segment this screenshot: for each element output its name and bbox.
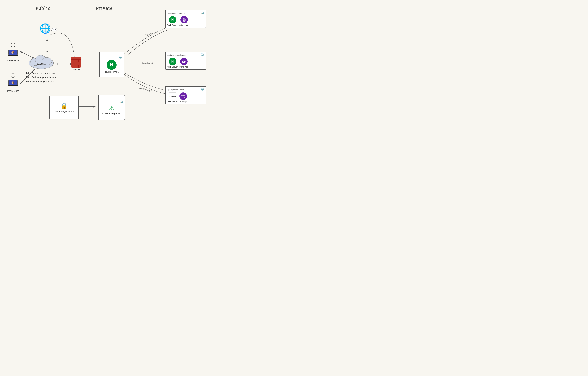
reverse-proxy-label: Reverse Proxy: [104, 71, 119, 73]
portal-service-group: portal.mydomain.com 🐳 N Web Server @ Por…: [165, 52, 206, 70]
internet-cloud: Internet: [28, 52, 55, 70]
public-private-divider: [82, 0, 82, 136]
admin-domain-label: admin.mydomain.com: [168, 12, 187, 14]
dns-label: DNS: [51, 28, 57, 31]
public-label: Public: [36, 5, 51, 11]
dns-globe: 🌐 DNS: [40, 23, 51, 34]
lets-encrypt-box: 🔒 Let's Encrypt Server: [49, 96, 79, 119]
nginx-icon-proxy: N: [107, 60, 116, 70]
svg-text:🐌: 🐌: [11, 51, 15, 54]
admin-webserver-label: Web Server: [168, 24, 178, 26]
admin-nginx-service: N Web Server: [168, 16, 178, 26]
admin-user: 🐌 Admin User: [7, 43, 19, 62]
url1: https://portal.mydomain.com: [26, 71, 57, 75]
svg-text:🐌: 🐌: [11, 81, 15, 84]
reverse-proxy-box: 🐳 N Reverse Proxy: [99, 52, 124, 77]
docker-icon-reverse-proxy: 🐳: [101, 56, 122, 60]
docker-icon-portal: 🐳: [200, 53, 204, 57]
portal-nginx-icon: N: [169, 58, 176, 65]
firewall: Firewall: [72, 57, 81, 71]
portal-nginx-service: N Web Server: [168, 58, 178, 68]
admin-nginx-icon: N: [169, 16, 176, 23]
kestrel-service: ⚡Kestrel Web Server: [168, 92, 178, 103]
lets-encrypt-label: Let's Encrypt Server: [54, 110, 74, 113]
portal-app-label: Portal App: [179, 66, 189, 68]
diagram: Public Private: [0, 0, 213, 136]
kestrel-icon: ⚡Kestrel: [169, 92, 176, 100]
svg-text:Internet: Internet: [37, 62, 46, 65]
kestrel-webserver-label: Web Server: [168, 100, 178, 103]
docker-icon-admin: 🐳: [200, 11, 204, 15]
svg-rect-18: [8, 55, 18, 56]
admin-service-group: admin.mydomain.com 🐳 N Web Server @ Admi…: [165, 10, 206, 28]
acme-companion-box: 🐳 ⚠ ACME Companion: [98, 95, 125, 120]
acme-icon: ⚠: [109, 104, 114, 112]
urls-text: https://portal.mydomain.com https://admi…: [26, 71, 57, 84]
admin-services: N Web Server @ Admin App: [168, 16, 204, 26]
api-service-group: api.mydomain.com 🐳 ⚡Kestrel Web Server .…: [165, 86, 206, 104]
admin-app-label: Admin App: [179, 24, 189, 26]
http-portal-label: http://portal: [142, 62, 153, 64]
svg-point-21: [11, 73, 15, 77]
dotnet-service: .NETCore WebApi: [179, 92, 187, 103]
portal-app-service: @ Portal App: [179, 58, 189, 68]
url2: https://admin.mydomain.com: [26, 75, 57, 79]
api-domain-label: api.mydomain.com: [168, 89, 184, 91]
http-webapi-label: http://webapi: [139, 87, 152, 92]
lock-icon: 🔒: [60, 102, 68, 110]
acme-companion-label: ACME Companion: [102, 112, 121, 115]
dotnet-icon: .NETCore: [179, 92, 187, 100]
api-services: ⚡Kestrel Web Server .NETCore WebApi: [168, 92, 204, 103]
portal-webserver-label: Web Server: [168, 66, 178, 68]
svg-rect-23: [8, 85, 18, 86]
url3: https://webapi.mydomain.com: [26, 79, 57, 84]
webapi-label: WebApi: [180, 100, 187, 103]
docker-icon-api: 🐳: [200, 88, 204, 91]
svg-point-16: [11, 43, 15, 47]
firewall-label: Firewall: [72, 68, 80, 71]
http-admin-label: http://admin: [145, 31, 156, 37]
docker-icon-acme: 🐳: [100, 100, 123, 104]
admin-app-service: @ Admin App: [179, 16, 189, 26]
admin-app-icon: @: [180, 16, 188, 23]
portal-app-icon: @: [180, 58, 188, 65]
private-label: Private: [96, 5, 113, 11]
portal-domain-label: portal.mydomain.com: [168, 54, 186, 56]
portal-user-label: Portal User: [7, 90, 19, 92]
portal-user: 🐌 Portal User: [7, 73, 19, 92]
admin-user-label: Admin User: [7, 59, 19, 62]
portal-services: N Web Server @ Portal App: [168, 58, 204, 68]
